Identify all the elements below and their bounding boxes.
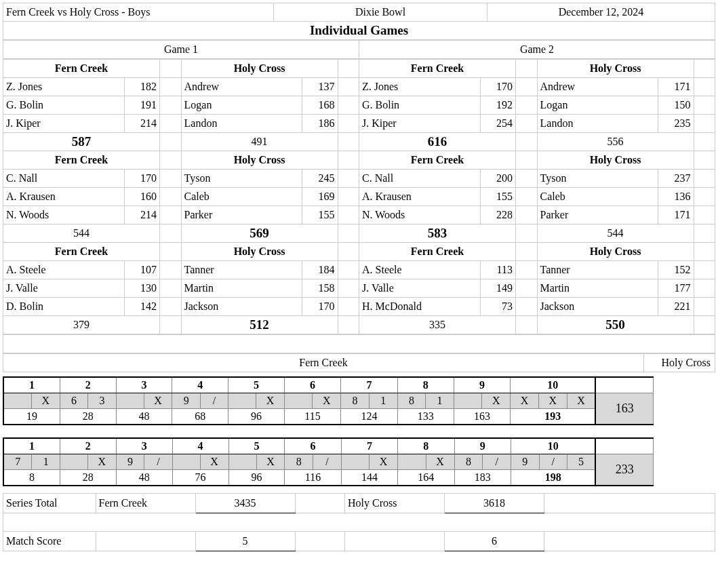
frame-header: 4 (172, 377, 228, 393)
player-name: A. Steele (359, 261, 481, 279)
ball-cell: X (482, 393, 511, 409)
frame-header: 10 (511, 438, 596, 454)
scorecard-side-total: 163 (595, 393, 653, 425)
player-name: C. Nall (3, 170, 125, 188)
player-name: Parker (181, 206, 302, 224)
venue: Dixie Bowl (274, 3, 487, 22)
cumulative-cell: 19 (3, 409, 60, 425)
holy-cross-label: Holy Cross (644, 354, 715, 372)
team-header: Fern Creek (359, 151, 516, 170)
group-total: 512 (181, 316, 338, 334)
ball-cell: 8 (397, 393, 426, 409)
group-total: 550 (537, 316, 694, 334)
player-score: 235 (658, 115, 694, 133)
player-score: 191 (124, 96, 160, 115)
player-name: J. Valle (359, 279, 481, 298)
match-score-label: Match Score (3, 532, 96, 551)
matchup: Fern Creek vs Holy Cross - Boys (3, 3, 274, 22)
player-name: N. Woods (359, 206, 481, 224)
player-name: Logan (537, 96, 658, 115)
series-b-value: 3618 (445, 494, 544, 513)
player-name: J. Valle (3, 279, 125, 298)
player-name: G. Bolin (3, 96, 125, 115)
ball-cell: / (144, 454, 172, 470)
frame-header: 3 (116, 377, 172, 393)
frame-header: 9 (454, 438, 511, 454)
ball-cell (454, 393, 481, 409)
player-score: 150 (658, 96, 694, 115)
ball-cell: X (313, 393, 341, 409)
ball-cell: 8 (341, 393, 370, 409)
ball-cell: / (539, 454, 567, 470)
player-score: 158 (302, 279, 338, 298)
player-score: 142 (124, 298, 160, 316)
ball-cell: 1 (426, 393, 454, 409)
player-name: Tyson (181, 170, 302, 188)
ball-cell: 6 (60, 393, 87, 409)
player-name: Caleb (181, 188, 302, 206)
team-header: Holy Cross (537, 60, 694, 78)
cumulative-cell: 48 (116, 470, 172, 486)
team-header: Holy Cross (181, 60, 338, 78)
ball-cell: 9 (511, 454, 540, 470)
ball-cell (228, 393, 256, 409)
player-name: Parker (537, 206, 658, 224)
player-name: D. Bolin (3, 298, 125, 316)
game2-label: Game 2 (359, 41, 715, 59)
player-score: 168 (302, 96, 338, 115)
frame-header: 2 (60, 377, 116, 393)
player-name: Tyson (537, 170, 658, 188)
ball-cell (116, 393, 144, 409)
ball-cell: / (313, 454, 342, 470)
group-total: 616 (359, 133, 516, 151)
ball-cell (284, 393, 312, 409)
frame-header: 4 (172, 438, 228, 454)
frame-header: 1 (3, 377, 60, 393)
player-name: H. McDonald (359, 298, 481, 316)
player-name: Caleb (537, 188, 658, 206)
series-a-value: 3435 (195, 494, 295, 513)
ball-cell (3, 393, 31, 409)
team-header: Holy Cross (181, 151, 338, 170)
player-score: 73 (480, 298, 516, 316)
team-header: Fern Creek (3, 151, 160, 170)
ball-cell: X (370, 454, 398, 470)
ball-cell: X (256, 393, 285, 409)
scorecard-side-total: 233 (595, 454, 653, 486)
player-score: 170 (480, 78, 516, 96)
frame-header: 10 (511, 377, 596, 393)
player-name: Tanner (537, 261, 658, 279)
ball-cell (341, 454, 369, 470)
ball-cell: X (426, 454, 454, 470)
scoresheet: Fern Creek vs Holy Cross - Boys Dixie Bo… (3, 3, 715, 551)
cumulative-cell: 193 (511, 409, 596, 425)
ball-cell: X (200, 454, 228, 470)
cumulative-cell: 68 (172, 409, 228, 425)
cumulative-cell: 124 (341, 409, 397, 425)
player-name: N. Woods (3, 206, 125, 224)
ball-cell: 8 (454, 454, 483, 470)
player-score: 160 (124, 188, 160, 206)
player-score: 228 (480, 206, 516, 224)
ball-cell: 8 (285, 454, 313, 470)
individual-games: Fern CreekHoly CrossFern CreekHoly Cross… (3, 59, 715, 334)
player-name: Martin (537, 279, 658, 298)
group-total: 544 (537, 224, 694, 243)
player-name: Martin (181, 279, 302, 298)
cumulative-cell: 163 (454, 409, 510, 425)
player-score: 137 (302, 78, 338, 96)
group-total: 335 (359, 316, 516, 334)
cumulative-cell: 28 (60, 470, 116, 486)
group-total: 583 (359, 224, 516, 243)
ball-cell: 1 (32, 454, 60, 470)
series-team-b: Holy Cross (345, 494, 445, 513)
ball-cell: X (511, 393, 539, 409)
match-a-value: 5 (195, 532, 295, 551)
cumulative-cell: 76 (172, 470, 228, 486)
ball-cell: 9 (172, 393, 201, 409)
group-total: 569 (181, 224, 338, 243)
ball-cell: X (87, 454, 116, 470)
player-score: 245 (302, 170, 338, 188)
scorecard: 1234567891071X9/XX8/XX8/9/52338284876961… (3, 437, 654, 486)
team-header: Fern Creek (359, 60, 516, 78)
